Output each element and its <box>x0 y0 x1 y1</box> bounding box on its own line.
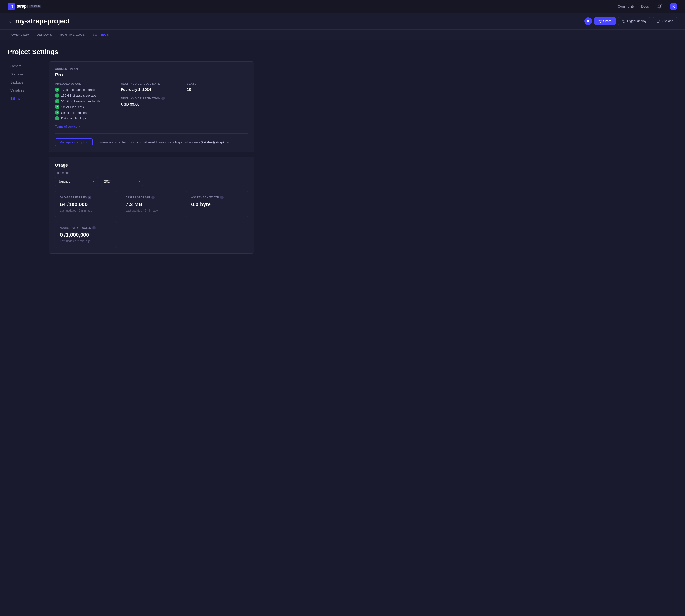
external-link-icon: ↗ <box>78 125 81 128</box>
assets-bandwidth-card: ASSETS BANDWIDTH i 0.0 byte <box>186 191 248 217</box>
feature-item: ✓ 150 GB of assets storage <box>55 93 116 97</box>
usage-card: Usage Time range January February March … <box>49 157 254 254</box>
time-range-label: Time range <box>55 171 248 174</box>
estimation-value: USD 99.00 <box>121 102 182 107</box>
next-invoice-label: NEXT INVOICE ISSUE DATE <box>121 82 182 85</box>
logo-area: ⟨/⟩ strapi CLOUD <box>7 3 41 10</box>
page-title: Project Settings <box>7 48 254 56</box>
included-usage-label: INCLUDED USAGE <box>55 82 116 85</box>
feature-item: ✓ 100k of database entries <box>55 88 116 92</box>
check-icon: ✓ <box>55 110 59 115</box>
feature-text: 150 GB of assets storage <box>61 94 96 97</box>
tab-runtime-logs[interactable]: RUNTIME LOGS <box>56 29 89 40</box>
top-navigation: ⟨/⟩ strapi CLOUD Community Docs K <box>0 0 685 13</box>
assets-storage-updated: Last updated 49 min. ago <box>125 209 178 212</box>
year-select-wrap: 2023 2024 ▼ <box>100 177 143 186</box>
project-title-area: my-strapi-project <box>7 17 70 25</box>
feature-text: 1M API requests <box>61 105 84 109</box>
check-icon: ✓ <box>55 88 59 92</box>
billing-email: kai.doe@strapi.io <box>202 140 228 144</box>
month-select-wrap: January February March April May June Ju… <box>55 177 98 186</box>
db-entries-card: DATABASE ENTRIES i 64 /100,000 Last upda… <box>55 191 117 217</box>
feature-text: Selectable regions <box>61 111 87 114</box>
sidebar-item-backups[interactable]: Backups <box>7 79 43 86</box>
community-link[interactable]: Community <box>618 4 635 8</box>
usage-title: Usage <box>55 163 248 168</box>
included-usage-col: INCLUDED USAGE ✓ 100k of database entrie… <box>55 82 116 129</box>
manage-subscription-button[interactable]: Manage subscription <box>55 138 93 146</box>
feature-item: ✓ 1M API requests <box>55 105 116 109</box>
visit-app-label: Visit app <box>661 19 673 23</box>
settings-layout: General Domains Backups Variables Billin… <box>7 61 254 259</box>
api-calls-card: NUMBER OF API CALLS i 0 /1,000,000 Last … <box>55 221 117 248</box>
assets-storage-info-icon[interactable]: i <box>151 196 155 199</box>
db-entries-value: 64 /100,000 <box>60 201 112 207</box>
check-icon: ✓ <box>55 99 59 103</box>
db-entries-label: DATABASE ENTRIES i <box>60 196 112 199</box>
back-button[interactable] <box>7 19 13 24</box>
project-actions: K Share Trigger deploy Visit app <box>585 17 677 25</box>
project-tabs: OVERVIEW DEPLOYS RUNTIME LOGS SETTINGS <box>0 29 685 41</box>
api-calls-label: NUMBER OF API CALLS i <box>60 226 112 229</box>
current-plan-label: CURRENT PLAN <box>55 67 248 70</box>
sidebar-item-variables[interactable]: Variables <box>7 87 43 94</box>
year-select[interactable]: 2023 2024 <box>100 177 143 186</box>
share-label: Share <box>603 19 612 23</box>
estimation-label: NEXT INVOICE ESTIMATION i <box>121 97 182 100</box>
user-avatar[interactable]: K <box>670 3 677 10</box>
plan-name: Pro <box>55 72 248 78</box>
assets-bandwidth-value: 0.0 byte <box>191 201 243 207</box>
next-invoice-col: NEXT INVOICE ISSUE DATE February 1, 2024… <box>121 82 182 129</box>
logo-icon: ⟨/⟩ <box>7 3 15 10</box>
main-content: Project Settings General Domains Backups… <box>0 41 261 266</box>
check-icon: ✓ <box>55 93 59 97</box>
check-icon: ✓ <box>55 116 59 120</box>
api-calls-info-icon[interactable]: i <box>92 226 96 229</box>
feature-list: ✓ 100k of database entries ✓ 150 GB of a… <box>55 88 116 120</box>
share-button[interactable]: Share <box>594 17 616 25</box>
assets-bandwidth-info-icon[interactable]: i <box>220 196 224 199</box>
dropdowns-row: January February March April May June Ju… <box>55 177 248 186</box>
metrics-bottom-row: NUMBER OF API CALLS i 0 /1,000,000 Last … <box>55 221 248 248</box>
api-calls-updated: Last updated 2 min. ago <box>60 239 112 243</box>
tab-deploys[interactable]: DEPLOYS <box>33 29 56 40</box>
billing-content: CURRENT PLAN Pro INCLUDED USAGE ✓ 100k o… <box>49 61 254 259</box>
manage-row: Manage subscription To manage your subsc… <box>55 133 248 146</box>
check-icon: ✓ <box>55 105 59 109</box>
db-entries-updated: Last updated 49 min. ago <box>60 209 112 212</box>
terms-label: Terms of service <box>55 125 77 128</box>
cloud-badge: CLOUD <box>29 4 41 8</box>
trigger-deploy-label: Trigger deploy <box>627 19 646 23</box>
db-entries-info-icon[interactable]: i <box>88 196 91 199</box>
notification-dot <box>660 4 662 5</box>
feature-text: Database backups <box>61 117 87 120</box>
visit-app-button[interactable]: Visit app <box>653 17 677 25</box>
logo-text: strapi <box>17 4 28 9</box>
seats-col: SEATS 10 <box>187 82 248 129</box>
manage-info: To manage your subscription, you will ne… <box>96 140 229 144</box>
month-select[interactable]: January February March April May June Ju… <box>55 177 98 186</box>
project-header: my-strapi-project K Share Trigger deploy… <box>0 13 685 29</box>
feature-item: ✓ Database backups <box>55 116 116 120</box>
seats-label: SEATS <box>187 82 248 85</box>
project-title: my-strapi-project <box>15 17 70 25</box>
tab-overview[interactable]: OVERVIEW <box>7 29 33 40</box>
tab-settings[interactable]: SETTINGS <box>89 29 113 40</box>
sidebar-item-domains[interactable]: Domains <box>7 70 43 78</box>
sidebar-item-billing[interactable]: Billing <box>7 95 43 102</box>
svg-line-3 <box>658 20 660 21</box>
trigger-deploy-button[interactable]: Trigger deploy <box>618 17 650 25</box>
terms-of-service-link[interactable]: Terms of service ↗ <box>55 125 81 128</box>
feature-text: 100k of database entries <box>61 88 95 92</box>
current-plan-card: CURRENT PLAN Pro INCLUDED USAGE ✓ 100k o… <box>49 61 254 152</box>
feature-text: 500 GB of assets bandwidth <box>61 100 100 103</box>
assets-storage-label: ASSETS STORAGE i <box>125 196 178 199</box>
notifications-button[interactable] <box>656 3 663 10</box>
sidebar-item-general[interactable]: General <box>7 62 43 70</box>
feature-item: ✓ Selectable regions <box>55 110 116 115</box>
metrics-top-row: DATABASE ENTRIES i 64 /100,000 Last upda… <box>55 191 248 217</box>
estimation-info-icon[interactable]: i <box>161 97 165 100</box>
api-calls-value: 0 /1,000,000 <box>60 232 112 238</box>
docs-link[interactable]: Docs <box>641 4 649 8</box>
assets-storage-card: ASSETS STORAGE i 7.2 MB Last updated 49 … <box>120 191 182 217</box>
